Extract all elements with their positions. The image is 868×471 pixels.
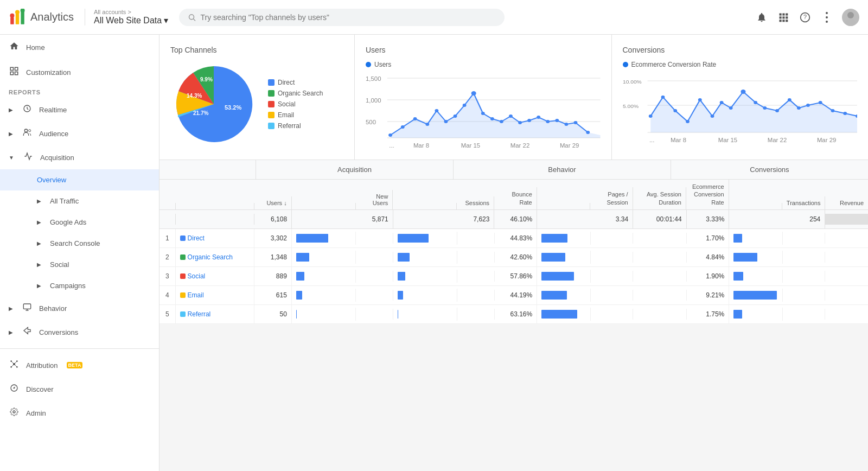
svg-text:10.00%: 10.00% bbox=[623, 79, 642, 85]
audience-icon bbox=[22, 128, 33, 139]
svg-point-66 bbox=[454, 114, 457, 118]
table-row: 3 Social 889 57.86% 1.90% bbox=[159, 267, 868, 286]
channel-color-dot bbox=[180, 292, 186, 298]
users-bar-cell bbox=[292, 308, 356, 321]
svg-point-100 bbox=[754, 101, 757, 104]
pages-cell bbox=[591, 309, 634, 320]
legend-dot-organic bbox=[268, 90, 275, 97]
ecomm-bar-cell bbox=[729, 270, 782, 283]
sidebar-item-admin[interactable]: Admin bbox=[0, 401, 159, 425]
svg-point-74 bbox=[527, 119, 531, 122]
legend-dot-social bbox=[268, 101, 275, 107]
sidebar-item-search-console[interactable]: ▶ Search Console bbox=[0, 233, 159, 254]
svg-point-78 bbox=[564, 123, 568, 126]
col-avg[interactable]: Avg. Session Duration bbox=[633, 187, 686, 209]
svg-text:Mar 8: Mar 8 bbox=[670, 137, 686, 143]
svg-point-108 bbox=[843, 112, 847, 115]
users-bar bbox=[296, 272, 304, 281]
sidebar-item-acquisition[interactable]: ▼ Acquisition bbox=[0, 145, 159, 169]
transactions-cell bbox=[783, 233, 826, 244]
bounce-cell: 42.60% bbox=[495, 248, 538, 266]
sidebar-item-behavior[interactable]: ▶ Behavior bbox=[0, 296, 159, 320]
search-input[interactable] bbox=[200, 13, 496, 22]
attribution-icon bbox=[9, 360, 20, 371]
sidebar-item-all-traffic[interactable]: ▶ All Traffic bbox=[0, 190, 159, 212]
svg-text:Mar 22: Mar 22 bbox=[767, 137, 786, 143]
col-sessions[interactable]: Sessions bbox=[457, 196, 494, 209]
legend-email: Email bbox=[268, 111, 323, 119]
sidebar-item-realtime[interactable]: ▶ Realtime bbox=[0, 98, 159, 122]
avatar[interactable] bbox=[842, 9, 859, 26]
sidebar-item-social[interactable]: ▶ Social bbox=[0, 254, 159, 275]
col-transactions[interactable]: Transactions bbox=[782, 196, 826, 209]
avg-cell bbox=[633, 271, 686, 282]
main-content: Top Channels bbox=[159, 35, 868, 471]
admin-label: Admin bbox=[26, 409, 46, 417]
bounce-bar bbox=[541, 310, 577, 319]
notifications-icon[interactable] bbox=[755, 11, 768, 24]
svg-text:Mar 29: Mar 29 bbox=[816, 137, 835, 143]
sidebar-item-audience[interactable]: ▶ Audience bbox=[0, 122, 159, 145]
channel-link[interactable]: Social bbox=[188, 272, 206, 280]
bounce-bar bbox=[541, 234, 567, 243]
transactions-cell bbox=[783, 290, 826, 301]
svg-rect-26 bbox=[10, 72, 13, 75]
help-icon[interactable]: ? bbox=[799, 11, 812, 24]
revenue-cell bbox=[825, 233, 868, 244]
channel-link[interactable]: Email bbox=[188, 291, 204, 299]
top-channels-panel: Top Channels bbox=[159, 35, 355, 160]
sidebar-item-attribution[interactable]: Attribution BETA bbox=[0, 353, 159, 377]
bounce-bar bbox=[541, 291, 566, 300]
account-current[interactable]: All Web Site Data ▾ bbox=[94, 15, 168, 26]
svg-point-20 bbox=[826, 16, 828, 18]
new-users-bar bbox=[398, 253, 410, 262]
legend-direct: Direct bbox=[268, 79, 323, 86]
channel-color-dot bbox=[180, 273, 186, 279]
col-new-users[interactable]: New Users bbox=[356, 190, 393, 209]
channel-link[interactable]: Referral bbox=[188, 310, 211, 318]
account-selector[interactable]: All accounts > All Web Site Data ▾ bbox=[85, 9, 168, 26]
sidebar-divider bbox=[0, 348, 159, 349]
sidebar-item-overview[interactable]: Overview bbox=[0, 169, 159, 190]
svg-point-21 bbox=[826, 21, 828, 23]
svg-point-64 bbox=[435, 109, 438, 112]
users-cell: 615 bbox=[254, 286, 292, 304]
sidebar-item-conversions[interactable]: ▶ Conversions bbox=[0, 320, 159, 344]
col-users[interactable]: Users ↓ bbox=[254, 196, 292, 209]
svg-point-101 bbox=[763, 106, 767, 110]
users-bar bbox=[296, 291, 302, 300]
search-bar[interactable] bbox=[179, 9, 505, 26]
bounce-bar-cell bbox=[537, 232, 590, 245]
col-pages[interactable]: Pages / Session bbox=[590, 187, 633, 209]
svg-line-45 bbox=[14, 364, 17, 367]
discover-icon bbox=[9, 384, 20, 394]
svg-point-105 bbox=[806, 104, 810, 107]
sidebar-item-discover[interactable]: Discover bbox=[0, 377, 159, 401]
svg-point-70 bbox=[490, 117, 494, 120]
users-bar bbox=[296, 310, 297, 319]
sidebar-item-google-ads[interactable]: ▶ Google Ads bbox=[0, 212, 159, 233]
legend-social: Social bbox=[268, 100, 323, 108]
apps-icon[interactable] bbox=[777, 11, 790, 24]
channel-link[interactable]: Organic Search bbox=[188, 253, 233, 261]
col-ecomm[interactable]: Ecommerce Conversion Rate bbox=[686, 180, 729, 209]
new-users-bar bbox=[398, 272, 405, 281]
svg-rect-24 bbox=[10, 67, 13, 70]
col-bounce[interactable]: Bounce Rate bbox=[494, 187, 537, 209]
more-icon[interactable] bbox=[820, 11, 833, 24]
conversions-legend-label: Ecommerce Conversion Rate bbox=[631, 61, 717, 68]
conversions-label: Conversions bbox=[39, 328, 78, 336]
svg-rect-25 bbox=[15, 67, 18, 70]
svg-point-107 bbox=[831, 109, 834, 112]
channel-link[interactable]: Direct bbox=[188, 234, 205, 242]
sidebar-item-home[interactable]: Home bbox=[0, 35, 159, 60]
sidebar-item-campaigns[interactable]: ▶ Campaigns bbox=[0, 275, 159, 296]
bounce-bar-cell bbox=[537, 308, 590, 321]
new-users-bar-cell bbox=[393, 308, 457, 321]
sessions-cell bbox=[457, 290, 495, 301]
svg-point-4 bbox=[15, 10, 20, 14]
bounce-cell: 44.83% bbox=[495, 229, 538, 247]
col-revenue[interactable]: Revenue bbox=[825, 196, 868, 209]
sidebar-item-customization[interactable]: Customization bbox=[0, 60, 159, 85]
table-section: Acquisition Behavior Conversions Users ↓… bbox=[159, 160, 868, 324]
